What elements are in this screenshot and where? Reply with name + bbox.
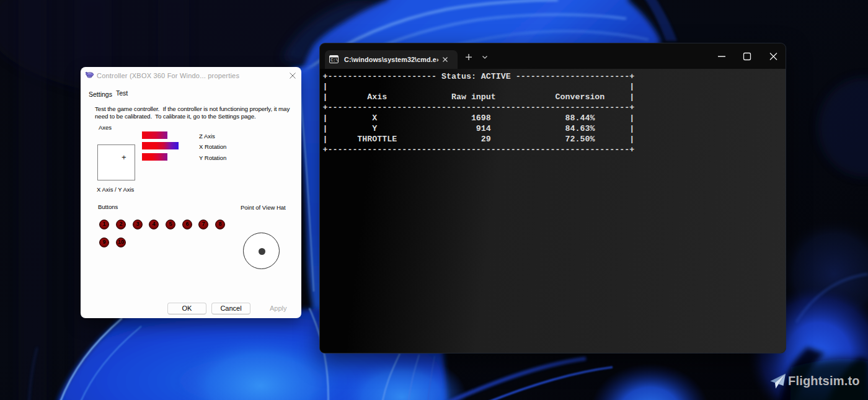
svg-text:C:\: C:\ bbox=[330, 58, 338, 63]
